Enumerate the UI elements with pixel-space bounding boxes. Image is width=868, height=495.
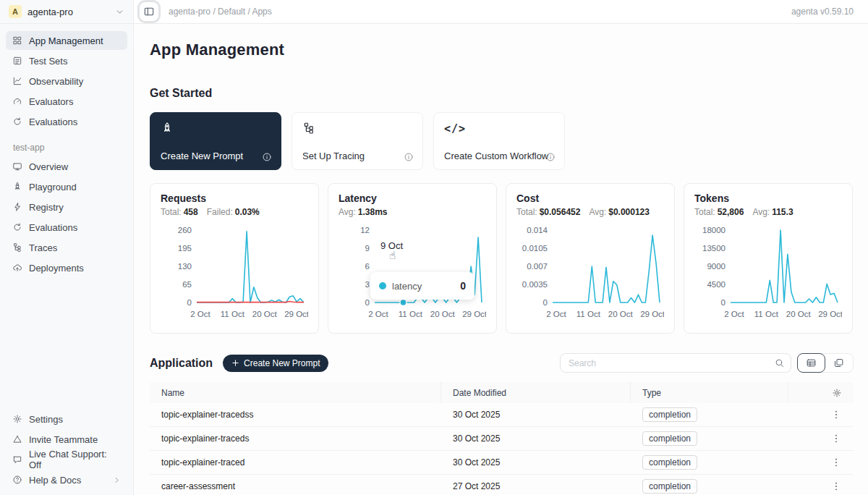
svg-text:2 Oct: 2 Oct (724, 310, 744, 318)
kebab-menu-icon[interactable] (830, 433, 842, 444)
svg-text:2 Oct: 2 Oct (546, 310, 566, 318)
sidebar-item-playground[interactable]: Playground (6, 177, 127, 196)
svg-text:0: 0 (187, 298, 192, 307)
sidebar-item-label: Invite Teammate (29, 434, 98, 445)
svg-text:20 Oct: 20 Oct (430, 310, 456, 318)
metric-card-requests: RequestsTotal:458Failed:0.03%06513019526… (150, 183, 319, 334)
svg-text:9000: 9000 (707, 262, 726, 271)
info-icon (404, 152, 414, 162)
sidebar-item-evaluations[interactable]: Evaluations (6, 112, 127, 131)
get-started-card-set-up-tracing[interactable]: Set Up Tracing (292, 112, 423, 170)
sidebar-item-label: Test Sets (29, 56, 67, 67)
rocket-icon (161, 122, 174, 135)
metric-chart-plot: 0651301952602 Oct11 Oct20 Oct29 Oct (161, 221, 308, 323)
sidebar-item-registry[interactable]: Registry (6, 198, 127, 216)
metric-stat-value: 1.38ms (358, 207, 388, 217)
sidebar-item-label: Deployments (29, 263, 84, 274)
metric-card-title: Latency (339, 192, 486, 204)
refresh-icon (12, 117, 22, 127)
svg-text:12: 12 (360, 226, 370, 234)
sidebar-item-overview[interactable]: Overview (6, 157, 127, 176)
cell-actions (788, 409, 854, 420)
breadcrumb[interactable]: agenta-pro / Default / Apps (169, 7, 272, 17)
sidebar-toggle-button[interactable] (140, 2, 158, 21)
column-header-date-modified: Date Modified (441, 382, 631, 403)
monitor-icon (12, 161, 22, 172)
cell-date-modified: 27 Oct 2025 (441, 481, 631, 491)
metric-stat: Avg:$0.000123 (589, 207, 650, 217)
kebab-menu-icon[interactable] (830, 481, 842, 492)
svg-text:29 Oct: 29 Oct (462, 310, 486, 318)
sidebar-item-label: Live Chat Support: Off (29, 449, 121, 470)
type-badge: completion (642, 407, 697, 422)
help-icon (12, 475, 22, 485)
kebab-menu-icon[interactable] (830, 457, 842, 468)
column-header-name: Name (150, 382, 441, 403)
svg-text:20 Oct: 20 Oct (786, 310, 812, 318)
tooltip-series-label: latency (392, 281, 422, 292)
svg-text:29 Oct: 29 Oct (818, 310, 842, 318)
table-body: topic-explainer-tracedss30 Oct 2025compl… (150, 403, 854, 495)
table-row[interactable]: career-assessment27 Oct 2025completion (150, 475, 854, 495)
metric-stat-label: Total: (516, 207, 537, 217)
sidebar: App ManagementTest SetsObservabilityEval… (0, 24, 134, 495)
metric-card-stats: Avg:1.38ms (339, 207, 486, 217)
svg-text:29 Oct: 29 Oct (640, 310, 664, 318)
metric-card-title: Tokens (694, 192, 842, 204)
chevron-down-icon (115, 7, 124, 17)
sidebar-item-deployments[interactable]: Deployments (6, 258, 127, 277)
svg-text:260: 260 (178, 226, 192, 234)
metric-card-tokens: TokensTotal:52,806Avg:115.30450090001350… (684, 183, 853, 334)
info-icon (545, 152, 556, 162)
kebab-menu-icon[interactable] (830, 409, 842, 420)
sidebar-item-test-sets[interactable]: Test Sets (6, 51, 127, 70)
metric-card-stats: Total:458Failed:0.03% (161, 207, 308, 217)
search-input[interactable] (560, 353, 791, 373)
table-view-button[interactable] (797, 353, 825, 373)
triangle-icon (12, 434, 22, 444)
column-header-settings (788, 382, 854, 403)
svg-text:0.0105: 0.0105 (522, 244, 548, 253)
metric-chart-plot: 00.00350.0070.01050.0142 Oct11 Oct20 Oct… (516, 221, 664, 323)
table-row[interactable]: topic-explainer-tracedss30 Oct 2025compl… (150, 403, 854, 427)
refresh-icon (12, 222, 22, 232)
grid-icon (12, 35, 22, 46)
sidebar-item-evaluators[interactable]: Evaluators (6, 92, 127, 111)
sidebar-item-live-chat-support-off[interactable]: Live Chat Support: Off (6, 450, 127, 469)
workspace-switcher[interactable]: A agenta-pro (0, 0, 134, 24)
sidebar-item-label: Overview (29, 161, 68, 172)
sidebar-item-evaluations[interactable]: Evaluations (6, 218, 127, 237)
create-new-prompt-button[interactable]: Create New Prompt (223, 355, 328, 372)
sidebar-item-help-docs[interactable]: Help & Docs (6, 470, 127, 489)
version-label: agenta v0.59.10 (791, 7, 854, 17)
table-row[interactable]: topic-explainer-traced30 Oct 2025complet… (150, 451, 854, 475)
card-view-button[interactable] (825, 354, 853, 372)
sidebar-nav-main: App ManagementTest SetsObservabilityEval… (0, 31, 133, 131)
svg-text:18000: 18000 (702, 226, 726, 234)
sidebar-item-invite-teammate[interactable]: Invite Teammate (6, 430, 127, 449)
sidebar-item-settings[interactable]: Settings (6, 410, 127, 428)
cell-date-modified: 30 Oct 2025 (441, 457, 631, 468)
metric-stat-label: Avg: (752, 207, 770, 217)
sidebar-item-observability[interactable]: Observability (6, 72, 127, 90)
svg-text:0: 0 (543, 298, 548, 307)
metric-stat-value: $0.000123 (608, 207, 650, 217)
search-icon[interactable] (774, 358, 785, 368)
svg-text:20 Oct: 20 Oct (252, 310, 278, 318)
gauge-icon (12, 96, 22, 106)
svg-text:0.007: 0.007 (527, 262, 548, 271)
sidebar-project-label: test-app (13, 143, 133, 153)
table-row[interactable]: topic-explainer-traceds30 Oct 2025comple… (150, 427, 854, 451)
cell-name: career-assessment (150, 481, 441, 491)
cell-date-modified: 30 Oct 2025 (441, 433, 631, 444)
sidebar-item-app-management[interactable]: App Management (6, 31, 127, 50)
get-started-card-create-new-prompt[interactable]: Create New Prompt (150, 112, 281, 170)
svg-text:20 Oct: 20 Oct (608, 310, 634, 318)
metric-stat-value: $0.056452 (540, 207, 581, 217)
get-started-card-create-custom-workflow[interactable]: </>Create Custom Workflow (433, 112, 565, 170)
metric-stat-label: Failed: (207, 207, 233, 217)
top-bar: A agenta-pro agenta-pro / Default / Apps… (0, 0, 868, 24)
cell-name: topic-explainer-traceds (150, 433, 441, 444)
info-icon (262, 152, 272, 162)
sidebar-item-traces[interactable]: Traces (6, 238, 127, 257)
